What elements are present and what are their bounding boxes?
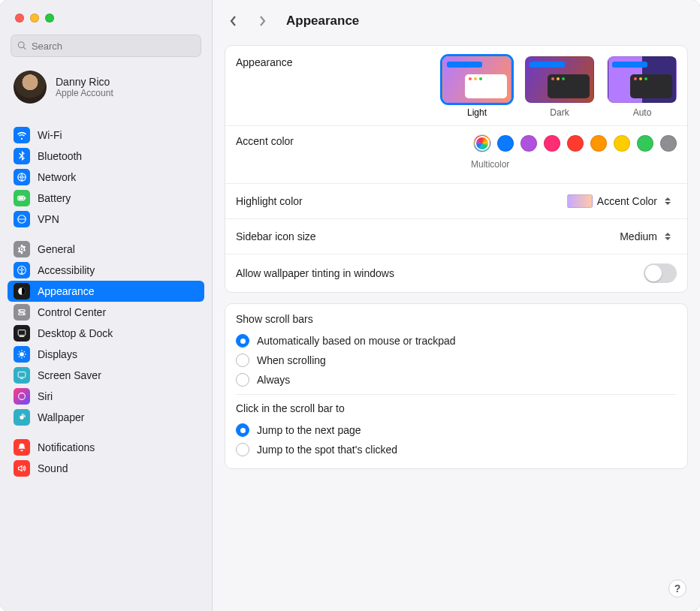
sidebar-item-screen-saver[interactable]: Screen Saver (8, 365, 204, 386)
sidebar-item-bluetooth[interactable]: Bluetooth (8, 146, 204, 167)
sidebar-item-siri[interactable]: Siri (8, 386, 204, 407)
accent-graphite[interactable] (660, 135, 677, 152)
scroll-bars-opt-when-scrolling[interactable]: When scrolling (236, 351, 677, 370)
svg-rect-15 (18, 372, 26, 378)
sidebar-group-system: General Accessibility Appearance Control… (8, 239, 204, 428)
scroll-bars-group: Show scroll bars Automatically based on … (225, 304, 687, 468)
page-title: Appearance (286, 14, 359, 29)
sidebar-item-label: VPN (38, 213, 59, 225)
accent-purple[interactable] (520, 135, 537, 152)
sidebar-item-network[interactable]: Network (8, 167, 204, 188)
sidebar-item-label: Screen Saver (38, 369, 101, 381)
wallpaper-tint-row: Allow wallpaper tinting in windows (225, 254, 687, 292)
appearance-icon (14, 283, 30, 299)
appearance-option-light[interactable]: Light (442, 56, 511, 118)
chevron-up-down-icon (662, 230, 674, 243)
apple-account-row[interactable]: Danny Rico Apple Account (0, 65, 212, 114)
forward-button[interactable] (255, 14, 270, 29)
radio-label: Automatically based on mouse or trackpad (257, 335, 456, 347)
sidebar-item-displays[interactable]: Displays (8, 344, 204, 365)
sidebar-item-general[interactable]: General (8, 239, 204, 260)
sidebar-item-label: Siri (38, 390, 53, 402)
search-field[interactable] (11, 35, 201, 57)
sidebar-item-sound[interactable]: Sound (8, 458, 204, 479)
accent-green[interactable] (637, 135, 653, 152)
sidebar-item-wifi[interactable]: Wi-Fi (8, 125, 204, 146)
svg-point-11 (23, 313, 25, 315)
control-center-icon (14, 304, 30, 321)
sidebar-group-network: Wi-Fi Bluetooth Network Battery (8, 125, 204, 230)
sidebar-item-appearance[interactable]: Appearance (8, 281, 204, 302)
highlight-color-select[interactable]: Accent Color (561, 193, 677, 209)
main-area: Appearance Appearance Light D (213, 0, 700, 611)
search-input[interactable] (32, 41, 195, 52)
close-window-button[interactable] (15, 14, 24, 23)
nav-arrows (226, 14, 270, 29)
appearance-caption: Auto (633, 107, 652, 118)
sidebar-item-wallpaper[interactable]: Wallpaper (8, 407, 204, 428)
svg-point-16 (19, 393, 26, 400)
zoom-window-button[interactable] (45, 14, 54, 23)
radio-icon (236, 443, 249, 456)
displays-icon (14, 346, 30, 363)
screen-saver-icon (14, 367, 30, 384)
scroll-panel: Show scroll bars Automatically based on … (225, 303, 688, 469)
appearance-option-auto[interactable]: Auto (608, 56, 677, 118)
accent-pink[interactable] (544, 135, 560, 152)
scroll-bars-opt-always[interactable]: Always (236, 370, 677, 390)
wallpaper-tint-toggle[interactable] (644, 263, 677, 283)
sidebar-item-label: Accessibility (38, 264, 95, 276)
sidebar-item-label: Appearance (38, 285, 95, 297)
appearance-label: Appearance (236, 56, 442, 68)
search-icon (17, 41, 27, 51)
sidebar-item-battery[interactable]: Battery (8, 188, 204, 209)
radio-icon (236, 373, 249, 387)
accent-orange[interactable] (590, 135, 607, 152)
gear-icon (14, 241, 30, 257)
wifi-icon (14, 127, 30, 143)
accent-yellow[interactable] (614, 135, 630, 152)
sidebar-item-control-center[interactable]: Control Center (8, 302, 204, 323)
minimize-window-button[interactable] (30, 14, 39, 23)
svg-rect-13 (20, 336, 25, 337)
accent-multicolor[interactable] (474, 135, 490, 152)
svg-rect-3 (19, 197, 24, 199)
help-button[interactable]: ? (668, 579, 686, 597)
radio-icon (236, 354, 249, 367)
scroll-bars-opt-auto[interactable]: Automatically based on mouse or trackpad (236, 331, 677, 351)
sidebar-item-label: Desktop & Dock (38, 327, 113, 339)
accessibility-icon (14, 262, 30, 278)
battery-icon (14, 190, 30, 206)
accent-color-label: Accent color (236, 135, 474, 147)
dark-preview (525, 56, 594, 103)
sidebar-item-notifications[interactable]: Notifications (8, 437, 204, 458)
svg-point-17 (20, 415, 23, 419)
sidebar-item-label: General (38, 243, 75, 255)
accent-blue[interactable] (497, 135, 514, 152)
avatar (14, 71, 47, 104)
appearance-caption: Dark (550, 107, 569, 118)
radio-icon (236, 423, 249, 437)
back-button[interactable] (226, 14, 241, 29)
svg-point-14 (20, 352, 24, 357)
sidebar-item-vpn[interactable]: VPN (8, 209, 204, 230)
user-name: Danny Rico (56, 76, 113, 88)
sidebar-item-label: Sound (38, 462, 68, 474)
sidebar-icon-size-select[interactable]: Medium (614, 228, 677, 245)
header: Appearance (213, 0, 700, 35)
bluetooth-icon (14, 148, 30, 164)
divider (236, 394, 677, 395)
scroll-click-opt-next-page[interactable]: Jump to the next page (236, 420, 677, 440)
sidebar-item-label: Network (38, 171, 76, 183)
appearance-option-dark[interactable]: Dark (525, 56, 594, 118)
search-container (11, 35, 201, 57)
light-preview (442, 56, 511, 103)
accent-red[interactable] (567, 135, 584, 152)
sidebar-item-desktop-dock[interactable]: Desktop & Dock (8, 323, 204, 344)
wallpaper-tint-label: Allow wallpaper tinting in windows (236, 267, 644, 279)
scroll-click-opt-spot[interactable]: Jump to the spot that's clicked (236, 440, 677, 459)
network-icon (14, 169, 30, 185)
highlight-color-row: Highlight color Accent Color (225, 183, 687, 218)
highlight-color-value: Accent Color (597, 195, 657, 207)
sidebar-item-accessibility[interactable]: Accessibility (8, 260, 204, 281)
